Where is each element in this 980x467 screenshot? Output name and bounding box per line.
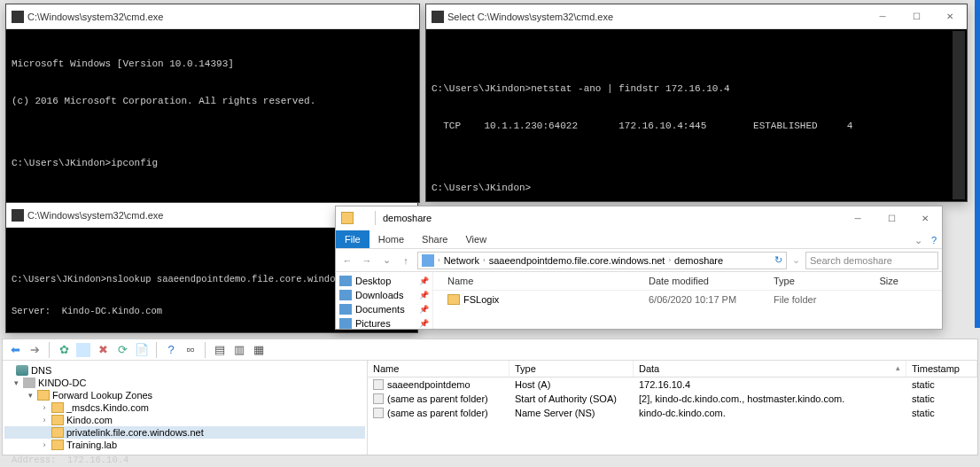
pin-icon: 📌 (419, 276, 429, 285)
table-row[interactable]: saaeendpointdemo Host (A) 172.16.10.4 st… (368, 377, 977, 392)
network-icon (422, 254, 434, 267)
crumb-network[interactable]: Network (444, 255, 479, 266)
table-row[interactable]: (same as parent folder) Name Server (NS)… (368, 406, 977, 420)
record-icon (373, 393, 384, 404)
nav-back-button[interactable]: ← (339, 253, 355, 269)
downloads-icon (339, 290, 352, 300)
col-timestamp[interactable]: Timestamp (906, 361, 977, 377)
desktop-edge (975, 0, 980, 328)
refresh-icon[interactable]: ↻ (774, 254, 782, 266)
delete-icon[interactable]: ✖ (96, 343, 110, 357)
tree-node-flz[interactable]: ▾Forward Lookup Zones (4, 389, 365, 401)
dns-icon (16, 365, 28, 376)
export-icon[interactable]: 📄 (135, 343, 149, 357)
tab-file[interactable]: File (336, 230, 369, 248)
col-name[interactable]: Name (368, 361, 509, 377)
qa-desktop[interactable]: Desktop📌 (336, 274, 432, 288)
nav-forward-button[interactable]: → (359, 253, 375, 269)
qa-pictures[interactable]: Pictures📌 (336, 316, 432, 329)
list-item[interactable]: FSLogix 6/06/2020 10:17 PM File folder (433, 291, 942, 308)
tree-node-zone[interactable]: ›_msdcs.Kindo.com (4, 401, 365, 414)
tree-node-zone[interactable]: ›Kindo.com (4, 414, 365, 426)
column-headers[interactable]: Name Date modified Type Size (433, 272, 942, 291)
server-icon[interactable]: ▤ (213, 343, 227, 357)
close-button[interactable]: ✕ (908, 206, 942, 230)
record-icon[interactable]: ▦ (252, 343, 266, 357)
maximize-button[interactable]: ☐ (899, 5, 933, 28)
nav-back-button[interactable]: ⬅ (8, 343, 22, 357)
folder-icon (37, 390, 50, 401)
pictures-icon (339, 318, 352, 329)
crumb-folder[interactable]: demoshare (674, 255, 723, 266)
ribbon-tabs: File Home Share View ⌄ ? (336, 230, 942, 249)
cmd-window-netstat: Select C:\Windows\system32\cmd.exe ─ ☐ ✕… (425, 4, 968, 202)
ribbon-expand-icon[interactable]: ⌄ (910, 232, 926, 248)
crumb-host[interactable]: saaeendpointdemo.file.core.windows.net (489, 255, 665, 266)
nav-recent-button[interactable]: ⌄ (378, 253, 394, 269)
col-size[interactable]: Size (875, 272, 943, 290)
action-icon[interactable]: ✿ (57, 343, 71, 357)
zone-icon (51, 440, 64, 450)
dns-toolbar: ⬅ ➔ ✿ ✖ ⟳ 📄 ? ▫▫ ▤ ▥ ▦ (3, 339, 977, 361)
table-row[interactable]: (same as parent folder) Start of Authori… (368, 392, 977, 406)
titlebar[interactable]: Select C:\Windows\system32\cmd.exe ─ ☐ ✕ (426, 4, 967, 29)
tree-node-zone-selected[interactable]: privatelink.file.core.windows.net (4, 426, 365, 439)
help-icon[interactable]: ? (926, 232, 942, 248)
nav-up-button[interactable]: ↑ (398, 253, 414, 269)
pin-icon (357, 213, 368, 223)
separator (375, 211, 376, 225)
window-title: Select C:\Windows\system32\cmd.exe (447, 12, 862, 22)
col-type[interactable]: Type (509, 361, 634, 377)
cmd-icon (432, 11, 444, 23)
dns-tree-pane[interactable]: DNS ▾KINDO-DC ▾Forward Lookup Zones ›_ms… (3, 361, 368, 455)
dns-manager-window: ⬅ ➔ ✿ ✖ ⟳ 📄 ? ▫▫ ▤ ▥ ▦ DNS ▾KINDO-DC ▾Fo… (2, 339, 978, 455)
close-button[interactable]: ✕ (933, 5, 967, 28)
sort-asc-icon: ▴ (896, 363, 900, 372)
cmd-icon (12, 209, 24, 222)
zone-icon (51, 415, 64, 425)
window-title: demoshare (383, 213, 432, 223)
tree-node-server[interactable]: ▾KINDO-DC (4, 377, 365, 389)
show-hide-icon[interactable] (76, 343, 90, 357)
file-list-pane[interactable]: Name Date modified Type Size FSLogix 6/0… (433, 272, 942, 329)
zone-icon (51, 427, 64, 438)
zone-icon[interactable]: ▥ (232, 343, 246, 357)
record-icon (373, 379, 384, 390)
cmd-icon (12, 11, 24, 23)
minimize-button[interactable]: ─ (866, 5, 899, 28)
tree-node-zone[interactable]: ›Training.lab (4, 439, 365, 451)
documents-icon (339, 304, 352, 315)
scrollbar[interactable] (953, 31, 965, 199)
tab-view[interactable]: View (456, 230, 495, 248)
pin-icon: 📌 (419, 291, 429, 300)
server-icon (23, 377, 35, 388)
properties-icon[interactable]: ▫▫ (183, 343, 198, 357)
grid-headers[interactable]: Name Type Data▴ Timestamp (368, 361, 977, 377)
zone-icon (51, 402, 64, 413)
minimize-button[interactable]: ─ (841, 206, 875, 230)
folder-icon (447, 294, 460, 305)
qa-documents[interactable]: Documents📌 (336, 302, 432, 316)
terminal-output[interactable]: C:\Users\JKindon>netstat -ano | findstr … (426, 29, 967, 222)
tab-share[interactable]: Share (413, 230, 456, 248)
col-data[interactable]: Data▴ (634, 361, 906, 377)
tab-home[interactable]: Home (369, 230, 413, 248)
search-input[interactable]: Search demoshare (805, 252, 938, 269)
titlebar[interactable]: C:\Windows\system32\cmd.exe (6, 4, 419, 29)
nav-forward-button[interactable]: ➔ (27, 343, 42, 357)
window-title: C:\Windows\system32\cmd.exe (27, 12, 414, 22)
maximize-button[interactable]: ☐ (875, 206, 908, 230)
qa-downloads[interactable]: Downloads📌 (336, 288, 432, 302)
quick-access-pane[interactable]: Desktop📌 Downloads📌 Documents📌 Pictures📌… (336, 272, 433, 329)
tree-node-dns[interactable]: DNS (4, 364, 365, 377)
breadcrumb[interactable]: › Network › saaeendpointdemo.file.core.w… (417, 252, 787, 269)
search-placeholder: Search demoshare (810, 255, 892, 266)
col-type[interactable]: Type (768, 272, 875, 290)
titlebar[interactable]: demoshare ─ ☐ ✕ (336, 206, 942, 230)
file-explorer-window: demoshare ─ ☐ ✕ File Home Share View ⌄ ?… (335, 206, 943, 330)
col-date-modified[interactable]: Date modified (643, 272, 768, 290)
help-icon[interactable]: ? (164, 343, 178, 357)
refresh-icon[interactable]: ⟳ (115, 343, 129, 357)
dns-records-grid[interactable]: Name Type Data▴ Timestamp saaeendpointde… (368, 361, 977, 455)
col-name[interactable]: Name (442, 272, 643, 290)
